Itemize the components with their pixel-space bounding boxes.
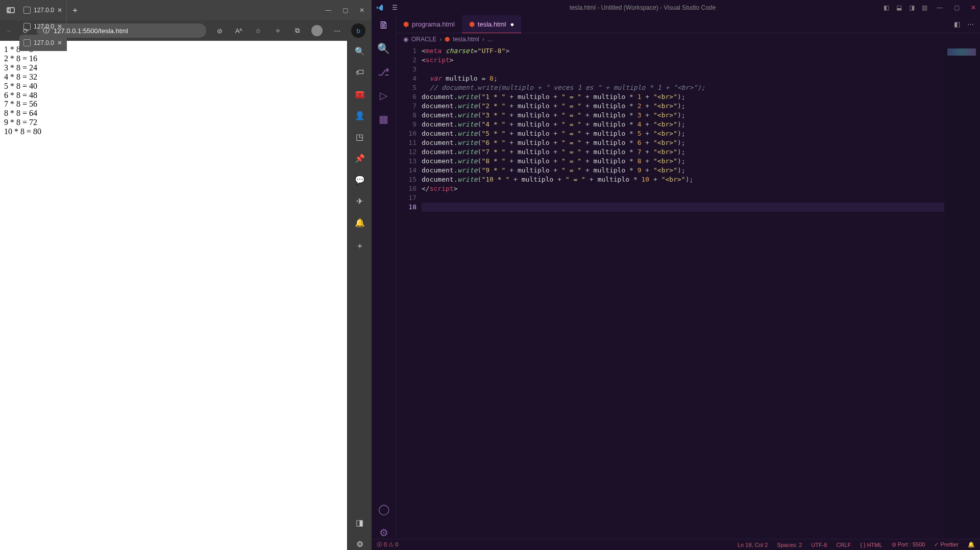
status-indent[interactable]: Spaces: 2 (777, 542, 802, 548)
line-number[interactable]: 18 (396, 203, 416, 212)
line-number[interactable]: 1 (396, 46, 416, 56)
line-number[interactable]: 7 (396, 102, 416, 111)
breadcrumb-symbol[interactable]: ... (487, 36, 493, 43)
code-line[interactable]: </script> (422, 184, 944, 193)
code-line[interactable] (422, 193, 944, 203)
pin-icon[interactable]: 📌 (354, 152, 366, 164)
sidebar-collapse-icon[interactable]: ◨ (354, 516, 366, 529)
line-number[interactable]: 4 (396, 74, 416, 83)
breadcrumb-file[interactable]: tesla.html (453, 36, 479, 43)
status-prettier[interactable]: ✓ Prettier (934, 541, 959, 548)
code-line[interactable]: <meta charset="UTF-8"> (422, 46, 944, 56)
tab-overview-icon[interactable] (2, 2, 19, 19)
browser-tab[interactable]: 127.0.0✕ (19, 2, 67, 18)
settings-gear-icon[interactable]: ⚙ (379, 527, 388, 539)
extensions-icon[interactable]: ▦ (379, 113, 388, 125)
bing-icon[interactable]: b (351, 23, 365, 38)
layout-right-icon[interactable]: ◨ (909, 4, 915, 11)
chat-icon[interactable]: 💬 (354, 173, 366, 186)
layout-left-icon[interactable]: ◧ (884, 4, 889, 11)
status-errors[interactable]: ⓧ 0 ⚠ 0 (377, 541, 398, 548)
breadcrumb[interactable]: ◉ ORACLE › ⬢ tesla.html › ... (396, 33, 980, 45)
code-line[interactable]: document.write("8 * " + multiplo + " = "… (422, 157, 944, 166)
line-number[interactable]: 11 (396, 138, 416, 147)
tag-icon[interactable]: 🏷 (354, 66, 366, 79)
close-tab-icon[interactable]: ✕ (57, 7, 62, 14)
split-editor-icon[interactable]: ◧ (954, 20, 960, 28)
vscode-close-button[interactable]: ✕ (971, 4, 976, 11)
code-line[interactable]: document.write("1 * " + multiplo + " = "… (422, 92, 944, 102)
code-line[interactable]: document.write("5 * " + multiplo + " = "… (422, 129, 944, 138)
line-number[interactable]: 6 (396, 92, 416, 102)
search-icon[interactable]: 🔍 (354, 45, 366, 57)
source-control-icon[interactable]: ⎇ (378, 66, 389, 78)
maximize-button[interactable]: ▢ (342, 7, 348, 14)
line-number[interactable]: 5 (396, 83, 416, 92)
line-number[interactable]: 16 (396, 184, 416, 193)
collections-icon[interactable]: ⧉ (292, 26, 302, 36)
status-encoding[interactable]: UTF-8 (811, 542, 827, 548)
layout-customize-icon[interactable]: ▥ (922, 4, 927, 11)
code-line[interactable] (422, 203, 944, 212)
more-icon[interactable]: ⋯ (332, 26, 342, 36)
minimap[interactable] (944, 45, 980, 539)
cube-icon[interactable]: ◳ (354, 131, 366, 143)
status-eol[interactable]: CRLF (836, 542, 851, 548)
line-number[interactable]: 8 (396, 111, 416, 120)
layout-bottom-icon[interactable]: ⬓ (896, 4, 902, 11)
profile-icon[interactable] (311, 25, 323, 36)
minimize-button[interactable]: — (325, 7, 331, 14)
read-aloud-icon[interactable]: Aᴬ (234, 26, 244, 36)
line-number[interactable]: 9 (396, 120, 416, 129)
favorite-icon[interactable]: ☆ (253, 26, 263, 36)
code-line[interactable]: document.write("4 * " + multiplo + " = "… (422, 120, 944, 129)
code-line[interactable]: var multiplo = 8; (422, 74, 944, 83)
status-live-server[interactable]: ⊘ Port : 5500 (892, 541, 925, 548)
back-button[interactable]: ← (4, 26, 14, 36)
code-line[interactable]: document.write("3 * " + multiplo + " = "… (422, 111, 944, 120)
send-icon[interactable]: ✈ (354, 195, 366, 207)
code-line[interactable]: // document.write(multiplo + " veces 1 e… (422, 83, 944, 92)
line-number[interactable]: 17 (396, 193, 416, 203)
code-line[interactable]: document.write("10 * " + multiplo + " = … (422, 175, 944, 184)
accounts-icon[interactable]: ◯ (378, 503, 389, 515)
shopping-icon[interactable]: ⊘ (214, 26, 225, 36)
code-line[interactable]: document.write("6 * " + multiplo + " = "… (422, 138, 944, 147)
breadcrumb-root[interactable]: ORACLE (411, 36, 436, 43)
sidebar-settings-icon[interactable]: ⚙ (354, 538, 366, 550)
favorites-bar-icon[interactable]: ✧ (273, 26, 283, 36)
code-editor[interactable]: <meta charset="UTF-8"><script> var multi… (422, 45, 944, 539)
close-window-button[interactable]: ✕ (359, 7, 364, 14)
run-debug-icon[interactable]: ▷ (380, 89, 387, 102)
browser-tab[interactable]: 127.0.0✕ (19, 18, 67, 35)
more-actions-icon[interactable]: ⋯ (967, 20, 974, 28)
line-number[interactable]: 2 (396, 56, 416, 65)
code-line[interactable]: document.write("2 * " + multiplo + " = "… (422, 102, 944, 111)
status-notifications-icon[interactable]: 🔔 (968, 541, 975, 548)
search-icon[interactable]: 🔍 (377, 42, 390, 55)
line-number[interactable]: 3 (396, 65, 416, 74)
line-number[interactable]: 14 (396, 166, 416, 175)
vscode-maximize-button[interactable]: ▢ (954, 4, 960, 11)
app-menu-button[interactable]: ☰ (388, 4, 402, 11)
code-line[interactable]: <script> (422, 56, 944, 65)
sidebar-add-icon[interactable]: ＋ (354, 240, 366, 252)
status-language[interactable]: { } HTML (860, 542, 882, 548)
new-tab-button[interactable]: ＋ (67, 5, 83, 16)
close-tab-icon[interactable]: ✕ (57, 39, 62, 46)
person-icon[interactable]: 👤 (354, 109, 366, 121)
editor-tab[interactable]: ⬢tesla.html● (462, 15, 522, 33)
browser-tab[interactable]: 127.0.0✕ (19, 35, 67, 51)
line-number[interactable]: 10 (396, 129, 416, 138)
code-line[interactable]: document.write("9 * " + multiplo + " = "… (422, 166, 944, 175)
explorer-icon[interactable]: 🗎 (379, 19, 389, 31)
line-number[interactable]: 15 (396, 175, 416, 184)
line-number[interactable]: 12 (396, 147, 416, 157)
briefcase-icon[interactable]: 🧰 (354, 88, 366, 100)
vscode-minimize-button[interactable]: — (937, 4, 943, 11)
code-line[interactable] (422, 65, 944, 74)
bell-icon[interactable]: 🔔 (354, 216, 366, 229)
close-tab-icon[interactable]: ✕ (57, 23, 62, 30)
line-number[interactable]: 13 (396, 157, 416, 166)
editor-tab[interactable]: ⬢programa.html (396, 15, 462, 33)
